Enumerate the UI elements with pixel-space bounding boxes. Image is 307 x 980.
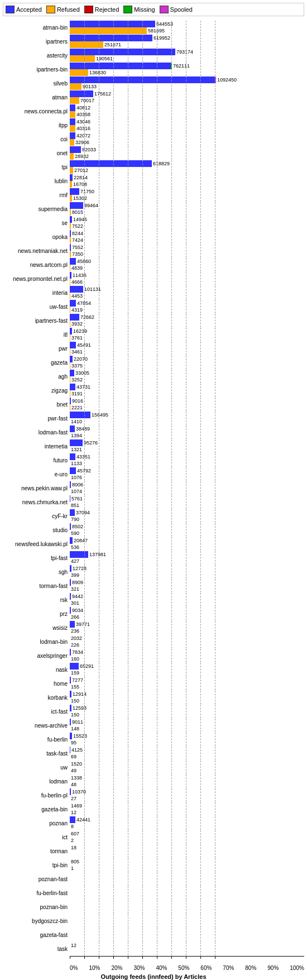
- legend-label: Missing: [134, 6, 155, 13]
- bar-segment-refused: [70, 195, 72, 202]
- bar-value-refused: 12: [71, 810, 76, 815]
- chart-row: tpi61882927012: [3, 160, 304, 174]
- bar-value-accepted: 793174: [176, 49, 193, 55]
- chart-row: se149457522: [3, 216, 304, 230]
- bar-value-refused: 581695: [148, 28, 165, 34]
- chart-row: news.connecta.pl4081240358: [3, 104, 304, 118]
- bar-segment-accepted: [70, 537, 73, 544]
- bar-value-accepted: 43351: [76, 454, 90, 460]
- bars-wrapper: 12728399: [70, 565, 304, 579]
- bar-value-accepted: 175612: [94, 91, 111, 97]
- bar-value-accepted: 47854: [77, 300, 91, 306]
- bar-segment-accepted: [70, 733, 72, 739]
- bars-wrapper: 457921076: [70, 467, 304, 481]
- bar-value-refused: 4666: [71, 279, 83, 285]
- chart-row: bnet90162221: [3, 398, 304, 411]
- bar-value-accepted: 9034: [72, 608, 83, 613]
- bar-value-refused: 40358: [76, 112, 90, 117]
- bar-value-accepted: 12914: [73, 691, 87, 697]
- row-label: cyF-kr: [3, 513, 70, 519]
- bar-value-refused: 160: [71, 656, 79, 662]
- bar-value-refused: 49: [71, 768, 76, 773]
- bars-wrapper: 114364666: [70, 272, 304, 285]
- bars-wrapper: 61882927012: [70, 160, 304, 174]
- chart-row: rmf7175015302: [3, 188, 304, 202]
- bars-wrapper: [70, 900, 304, 914]
- bars-wrapper: 37094790: [70, 509, 304, 523]
- bar-segment-accepted: [70, 328, 72, 334]
- bar-segment-refused: [70, 223, 71, 230]
- bar-segment-accepted: [70, 77, 215, 83]
- bar-segment-missing: [171, 63, 172, 69]
- chart-row: interia1011314453: [3, 286, 304, 299]
- chart-row: prz9034266: [3, 607, 304, 620]
- bar-segment-accepted: [70, 677, 71, 683]
- bars-wrapper: 75527350: [70, 244, 304, 257]
- legend-item: Rejected: [84, 6, 119, 13]
- chart-row: ipartners619952251671: [3, 35, 304, 48]
- chart-row: lodman-fast384891394: [3, 426, 304, 439]
- bar-segment-accepted: [70, 705, 71, 711]
- bars-wrapper: [70, 914, 304, 928]
- bars-wrapper: 20847536: [70, 537, 304, 551]
- chart-row: news-archive9011148: [3, 719, 304, 732]
- bars-wrapper: 7175015302: [70, 188, 304, 202]
- bar-value-refused: 4319: [71, 307, 83, 313]
- bar-value-refused: 48: [71, 782, 76, 787]
- bar-value-accepted: 45792: [77, 468, 91, 474]
- row-label: lublin: [3, 178, 70, 184]
- row-label: opoka: [3, 234, 70, 240]
- bar-segment-accepted: [70, 202, 83, 209]
- chart-row: cyF-kr37094790: [3, 509, 304, 523]
- row-label: torman: [3, 848, 70, 854]
- bar-value-refused: 3191: [71, 391, 83, 396]
- bar-segment-accepted: [70, 495, 70, 502]
- bar-value-accepted: 7277: [72, 677, 83, 683]
- row-label: task: [3, 946, 70, 952]
- bar-value-refused: 8015: [72, 209, 83, 215]
- chart-row: tpi-bin8051: [3, 858, 304, 872]
- bar-value-accepted: 99464: [84, 203, 98, 208]
- bars-wrapper: 1037027: [70, 788, 304, 802]
- bar-value-accepted: 644553: [156, 21, 173, 27]
- bar-value-accepted: 8006: [72, 482, 83, 487]
- bars-wrapper: 2281416708: [70, 174, 304, 188]
- bars-wrapper: 82447424: [70, 230, 304, 243]
- bar-segment-accepted: [70, 118, 75, 125]
- chart-row: studio8502590: [3, 523, 304, 537]
- x-axis-label: 70%: [223, 965, 234, 971]
- row-label: rmf: [3, 192, 70, 198]
- row-label: korbank: [3, 695, 70, 701]
- chart-row: news.chmurka.net5761851: [3, 495, 304, 509]
- chart-row: poznan-bin: [3, 900, 304, 914]
- row-label: pwr-fast: [3, 415, 70, 422]
- bar-value-refused: 1394: [71, 433, 82, 438]
- bars-wrapper: 133848: [70, 775, 304, 788]
- chart-row: poznan-fast: [3, 872, 304, 886]
- row-label: ict-fast: [3, 709, 70, 715]
- bar-segment-accepted: [70, 188, 79, 195]
- chart-row: internetia952761321: [3, 439, 304, 453]
- row-label: coi: [3, 136, 70, 142]
- bar-segment-refused: [70, 209, 71, 216]
- row-label: tpi-bin: [3, 862, 70, 868]
- bar-segment-accepted: [70, 258, 76, 265]
- bars-wrapper: 433511133: [70, 453, 304, 467]
- bars-wrapper: [70, 872, 304, 886]
- bar-value-accepted: 4125: [71, 747, 83, 753]
- bars-wrapper: 220703375: [70, 356, 304, 369]
- row-label: zigzag: [3, 388, 70, 394]
- row-label: news.artcom.pl: [3, 262, 70, 268]
- bar-segment-accepted: [70, 63, 171, 69]
- bar-segment-refused: [70, 390, 70, 397]
- chart-row: ict-fast12593150: [3, 705, 304, 718]
- bar-value-accepted: 8909: [72, 580, 83, 585]
- bar-value-refused: 150: [71, 698, 79, 704]
- bar-value-accepted: 1520: [71, 761, 82, 767]
- bar-value-accepted: 42441: [76, 817, 90, 823]
- row-label: news-archive: [3, 723, 70, 729]
- bar-value-accepted: 45491: [77, 342, 91, 348]
- bar-value-refused: 27012: [74, 168, 88, 173]
- chart-row: pwr454913461: [3, 342, 304, 355]
- bar-value-accepted: 12: [71, 943, 76, 948]
